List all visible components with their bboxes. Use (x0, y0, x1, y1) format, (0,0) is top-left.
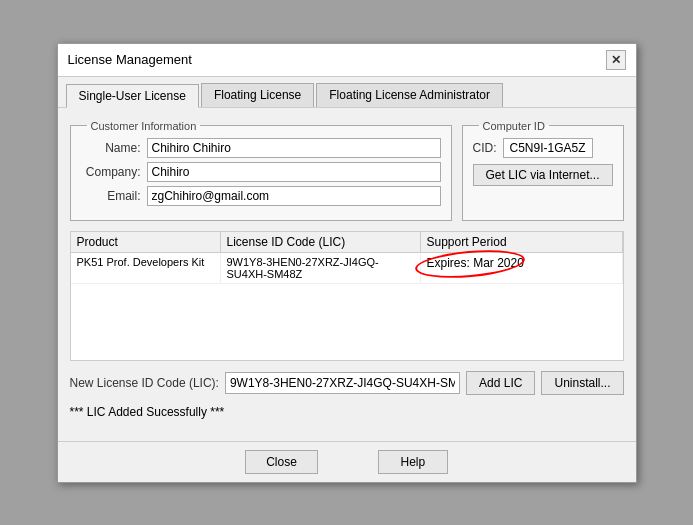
company-input[interactable] (147, 162, 441, 182)
info-section: Customer Information Name: Company: Emai… (70, 120, 624, 221)
help-button[interactable]: Help (378, 450, 448, 474)
customer-info-group: Customer Information Name: Company: Emai… (70, 120, 452, 221)
status-message: *** LIC Added Sucessfully *** (70, 403, 624, 421)
col-lic: License ID Code (LIC) (221, 232, 421, 252)
table-header: Product License ID Code (LIC) Support Pe… (71, 232, 623, 253)
name-input[interactable] (147, 138, 441, 158)
email-input[interactable] (147, 186, 441, 206)
tab-bar: Single-User License Floating License Flo… (58, 77, 636, 108)
tab-single-user[interactable]: Single-User License (66, 84, 199, 108)
cid-value: C5N9I-1GA5Z (503, 138, 593, 158)
col-support: Support Period (421, 232, 623, 252)
get-lic-button[interactable]: Get LIC via Internet... (473, 164, 613, 186)
new-lic-row: New License ID Code (LIC): Add LIC Unins… (70, 371, 624, 395)
email-row: Email: (81, 186, 441, 206)
customer-info-legend: Customer Information (87, 120, 201, 132)
title-bar: License Management ✕ (58, 44, 636, 77)
company-row: Company: (81, 162, 441, 182)
footer-bar: Close Help (58, 441, 636, 482)
computer-id-legend: Computer ID (479, 120, 549, 132)
name-row: Name: (81, 138, 441, 158)
close-icon-button[interactable]: ✕ (606, 50, 626, 70)
col-product: Product (71, 232, 221, 252)
cell-support: Expires: Mar 2020 (421, 253, 623, 283)
tab-floating-admin[interactable]: Floating License Administrator (316, 83, 503, 107)
email-label: Email: (81, 189, 141, 203)
license-management-dialog: License Management ✕ Single-User License… (57, 43, 637, 483)
company-label: Company: (81, 165, 141, 179)
cell-product: PK51 Prof. Developers Kit (71, 253, 221, 283)
add-lic-button[interactable]: Add LIC (466, 371, 535, 395)
tab-content: Customer Information Name: Company: Emai… (58, 108, 636, 441)
dialog-title: License Management (68, 52, 192, 67)
license-table-area: Product License ID Code (LIC) Support Pe… (70, 231, 624, 361)
name-label: Name: (81, 141, 141, 155)
new-lic-input[interactable] (225, 372, 460, 394)
cell-lic: 9W1Y8-3HEN0-27XRZ-JI4GQ-SU4XH-SM48Z (221, 253, 421, 283)
uninstall-button[interactable]: Uninstall... (541, 371, 623, 395)
tab-floating-license[interactable]: Floating License (201, 83, 314, 107)
new-lic-label: New License ID Code (LIC): (70, 376, 219, 390)
cid-label: CID: (473, 141, 497, 155)
table-row: PK51 Prof. Developers Kit 9W1Y8-3HEN0-27… (71, 253, 623, 284)
cid-row: CID: C5N9I-1GA5Z (473, 138, 613, 158)
computer-id-group: Computer ID CID: C5N9I-1GA5Z Get LIC via… (462, 120, 624, 221)
close-button[interactable]: Close (245, 450, 318, 474)
